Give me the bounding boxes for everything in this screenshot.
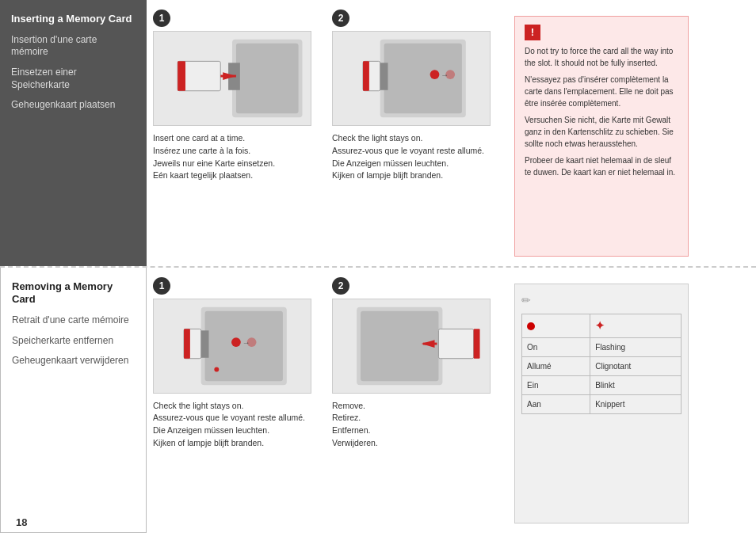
page-number: 18: [16, 516, 27, 528]
bottom-step2-caption: Remove. Retirez. Entfernen. Verwijderen.: [332, 400, 378, 450]
top-step1-number: 1: [153, 10, 170, 27]
warning-p3: Versuchen Sie nicht, die Karte mit Gewal…: [525, 114, 678, 150]
table-row: AanKnippert: [522, 394, 682, 413]
bottom-step2-number: 2: [332, 277, 349, 295]
bottom-step1-number: 1: [153, 277, 170, 295]
top-step2-number: 2: [332, 10, 349, 27]
svg-rect-4: [178, 61, 185, 90]
bottom-step1-image: →: [153, 299, 311, 394]
table-cell-col1: Aan: [522, 394, 590, 413]
bottom-sidebar-sub1: Retrait d'une carte mémoire: [12, 314, 135, 327]
svg-rect-28: [474, 329, 480, 358]
top-step1-caption: Insert one card at a time. Insérez une c…: [153, 132, 275, 182]
top-sidebar-sub2: Einsetzen einer Speicherkarte: [11, 67, 136, 91]
warning-p4: Probeer de kaart niet helemaal in de sle…: [525, 154, 678, 178]
svg-rect-11: [363, 61, 369, 90]
warning-p2: N'essayez pas d'insérer complètement la …: [525, 74, 678, 109]
bottom-step2-block: 2 Remove. Retirez.: [332, 277, 506, 524]
sidebar-top: Inserting a Memory Card Insertion d'une …: [0, 0, 147, 266]
top-steps-area: 1: [147, 0, 756, 266]
top-sidebar-sub3: Geheugenkaart plaatsen: [11, 99, 136, 112]
svg-point-12: [430, 70, 440, 79]
top-step2-caption: Check the light stays on. Assurez-vous q…: [332, 132, 484, 182]
bottom-step1-caption: Check the light stays on. Assurez-vous q…: [153, 400, 305, 450]
table-cell-col1: On: [522, 337, 590, 356]
warning-p1: Do not try to force the card all the way…: [525, 45, 678, 69]
warning-box: ! Do not try to force the card all the w…: [514, 16, 689, 257]
top-sidebar-sub1: Insertion d'une carte mémoire: [11, 34, 136, 59]
top-step2-svg: →: [333, 32, 490, 125]
bottom-step1-svg: →: [154, 299, 311, 393]
top-step2-block: 2 →: [332, 10, 506, 257]
table-cell-col1: Allumé: [522, 356, 590, 375]
dot-flashing: ✦: [595, 319, 605, 332]
top-step2-image: →: [332, 31, 491, 126]
svg-point-20: [231, 337, 241, 347]
note-box: ✏ ✦ OnFlashingAlluméClignotantEinBlinktA…: [514, 284, 689, 524]
svg-rect-19: [184, 329, 190, 358]
table-cell-col1: Ein: [522, 375, 590, 394]
pencil-icon: ✏: [521, 292, 682, 309]
table-row: EinBlinkt: [522, 375, 682, 394]
warning-icon: !: [525, 25, 540, 40]
top-sidebar-title: Inserting a Memory Card: [11, 13, 136, 26]
svg-point-23: [214, 367, 219, 371]
table-cell-col2: Flashing: [590, 337, 682, 356]
table-header-on: [522, 314, 590, 337]
bottom-sidebar-sub2: Speicherkarte entfernen: [12, 335, 135, 348]
svg-rect-25: [361, 310, 438, 381]
svg-rect-27: [438, 329, 473, 358]
light-status-table: ✦ OnFlashingAlluméClignotantEinBlinktAan…: [521, 314, 682, 414]
bottom-sidebar-title: Removing a Memory Card: [12, 280, 135, 307]
dot-solid: [527, 322, 535, 330]
table-cell-col2: Knippert: [590, 394, 682, 413]
table-row: OnFlashing: [522, 337, 682, 356]
sidebar-bottom: Removing a Memory Card Retrait d'une car…: [0, 268, 147, 534]
top-section: Inserting a Memory Card Insertion d'une …: [0, 0, 756, 268]
bottom-step1-block: 1 →: [153, 277, 327, 524]
bottom-steps-area: 1 →: [147, 268, 756, 534]
top-step1-svg: [154, 32, 311, 125]
table-cell-col2: Blinkt: [590, 375, 682, 394]
table-header-flash: ✦: [590, 314, 682, 337]
svg-text:→: →: [242, 338, 250, 347]
top-step1-block: 1: [153, 10, 327, 257]
table-row: AlluméClignotant: [522, 356, 682, 375]
table-cell-col2: Clignotant: [590, 356, 682, 375]
svg-text:→: →: [441, 70, 449, 79]
svg-rect-1: [236, 44, 299, 114]
bottom-sidebar-sub3: Geheugenkaart verwijderen: [12, 355, 135, 367]
bottom-step2-image: [332, 299, 491, 394]
bottom-step2-svg: [333, 299, 490, 393]
top-step1-image: [153, 31, 311, 126]
bottom-section: Removing a Memory Card Retrait d'une car…: [0, 268, 756, 534]
